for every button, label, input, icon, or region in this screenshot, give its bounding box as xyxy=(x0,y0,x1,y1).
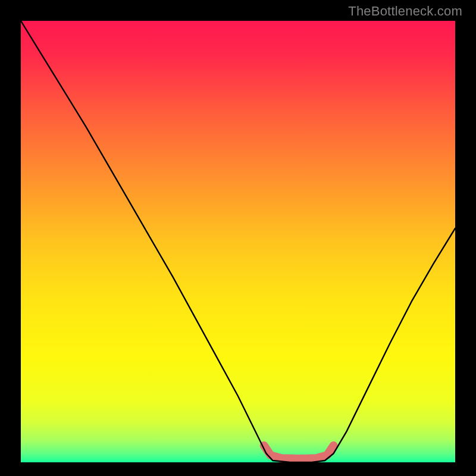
chart-frame xyxy=(21,21,455,462)
chart-canvas xyxy=(21,21,455,462)
watermark-text: TheBottleneck.com xyxy=(348,4,462,19)
